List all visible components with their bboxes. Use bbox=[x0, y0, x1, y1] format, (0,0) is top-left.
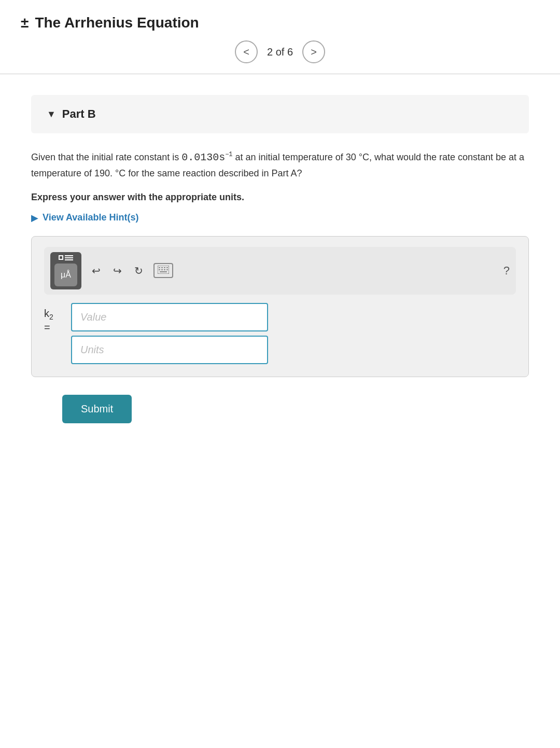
svg-rect-9 bbox=[160, 271, 167, 272]
k2-label: k2 = bbox=[44, 307, 63, 334]
undo-button[interactable]: ↩ bbox=[90, 262, 103, 279]
svg-rect-1 bbox=[159, 267, 160, 268]
question-text: Given that the initial rate constant is … bbox=[31, 149, 529, 182]
hint-link[interactable]: View Available Hint(s) bbox=[43, 212, 138, 223]
fraction-button[interactable]: μÅ bbox=[50, 252, 81, 289]
mu-button[interactable]: μÅ bbox=[54, 264, 77, 286]
svg-rect-4 bbox=[166, 267, 168, 268]
svg-rect-2 bbox=[161, 267, 163, 268]
fraction-icon bbox=[59, 255, 73, 261]
refresh-button[interactable]: ↻ bbox=[132, 262, 145, 279]
units-input[interactable] bbox=[71, 336, 268, 364]
nav-count: 2 of 6 bbox=[267, 46, 293, 58]
svg-rect-8 bbox=[166, 269, 168, 270]
submit-button[interactable]: Submit bbox=[62, 395, 132, 423]
svg-rect-6 bbox=[161, 269, 163, 270]
hint-arrow: ▶ bbox=[31, 212, 38, 224]
redo-button[interactable]: ↪ bbox=[111, 262, 124, 279]
emphasis-text: Express your answer with the appropriate… bbox=[31, 192, 529, 203]
svg-rect-3 bbox=[164, 267, 165, 268]
part-title: Part B bbox=[62, 107, 96, 121]
help-button[interactable]: ? bbox=[503, 264, 510, 278]
part-header: ▼ Part B bbox=[47, 107, 513, 121]
toolbar: μÅ ↩ ↪ ↻ ? bbox=[44, 247, 516, 295]
answer-box: μÅ ↩ ↪ ↻ ? bbox=[31, 236, 529, 377]
svg-rect-7 bbox=[164, 269, 165, 270]
svg-rect-5 bbox=[159, 269, 160, 270]
keyboard-button[interactable] bbox=[153, 263, 173, 278]
title-prefix: ± bbox=[21, 15, 29, 31]
prev-button[interactable]: < bbox=[235, 40, 258, 63]
next-button[interactable]: > bbox=[302, 40, 325, 63]
page-title: The Arrhenius Equation bbox=[35, 15, 199, 31]
value-input[interactable] bbox=[71, 303, 268, 331]
collapse-arrow[interactable]: ▼ bbox=[47, 109, 56, 120]
